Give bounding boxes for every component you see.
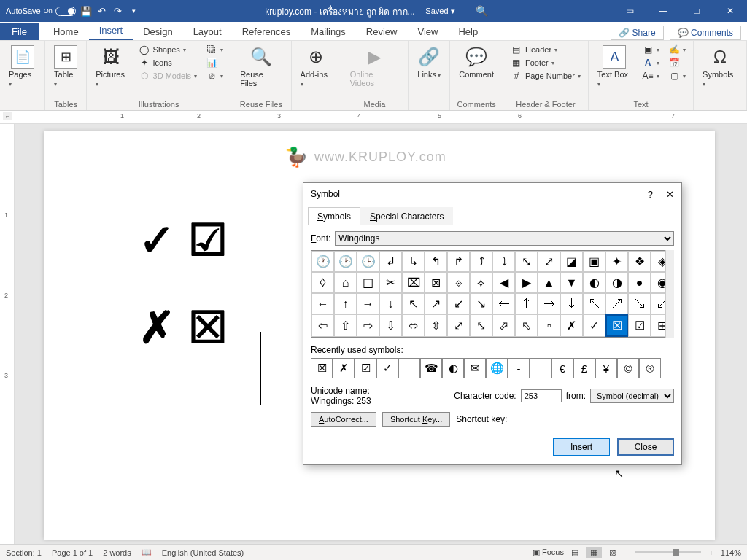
comment-button[interactable]: 💬Comment [456, 44, 497, 80]
symbol-cell[interactable]: → [357, 293, 379, 314]
view-read-icon[interactable]: ▦ [586, 547, 602, 558]
footer-button[interactable]: ▦Footer [509, 57, 582, 69]
close-button[interactable]: Close [617, 438, 674, 456]
comments-button[interactable]: 💬 Comments [670, 26, 741, 40]
symbol-cell[interactable]: ● [628, 272, 651, 293]
focus-mode-button[interactable]: ▣ Focus [533, 548, 564, 557]
symbol-cell[interactable]: ▲ [538, 272, 560, 293]
tab-help[interactable]: Help [448, 23, 488, 40]
symbol-cell[interactable]: ✗ [560, 314, 583, 337]
grid-scrollbar[interactable] [665, 250, 674, 338]
recent-symbol-cell[interactable]: - [508, 358, 530, 378]
tab-view[interactable]: View [407, 23, 448, 40]
symbol-cell[interactable]: ❖ [628, 251, 651, 272]
share-button[interactable]: 🔗 Share [611, 26, 663, 40]
status-words[interactable]: 2 words [103, 548, 131, 557]
links-button[interactable]: 🔗Links [414, 44, 444, 80]
view-web-icon[interactable]: ▧ [609, 548, 616, 557]
symbol-cell[interactable]: ✂ [379, 272, 402, 293]
zoom-out-icon[interactable]: − [624, 548, 628, 557]
signature-button[interactable]: ✍ [667, 44, 687, 55]
autosave-toggle[interactable]: AutoSave On [6, 7, 76, 16]
ribbon-display-icon[interactable]: ▭ [613, 0, 646, 22]
tab-design[interactable]: Design [133, 23, 182, 40]
font-select[interactable]: Wingdings [335, 231, 674, 246]
character-code-input[interactable] [521, 389, 562, 402]
maximize-icon[interactable]: □ [680, 0, 713, 22]
recent-symbol-cell[interactable]: 🌐 [486, 358, 508, 378]
tab-references[interactable]: References [232, 23, 301, 40]
symbol-cell[interactable]: 🡔 [583, 293, 605, 314]
symbol-cell[interactable]: ↑ [334, 293, 357, 314]
symbol-cell[interactable]: ◊ [311, 272, 334, 293]
quick-parts-button[interactable]: ▣ [640, 44, 661, 55]
symbol-cell[interactable]: ⬀ [492, 314, 515, 337]
symbol-cell[interactable]: ⌂ [334, 272, 357, 293]
symbol-cell[interactable]: 🡓 [560, 293, 583, 314]
recent-symbol-cell[interactable]: ✗ [333, 358, 355, 378]
zoom-slider[interactable] [635, 551, 701, 553]
minimize-icon[interactable]: — [646, 0, 680, 22]
tab-file[interactable]: File [0, 23, 39, 40]
pages-button[interactable]: 📄Pages [6, 44, 39, 89]
header-button[interactable]: ▤Header [509, 44, 582, 55]
tab-home[interactable]: Home [43, 23, 89, 40]
3d-models-button[interactable]: ⬡3D Models [137, 70, 199, 82]
qat-dropdown-icon[interactable]: ▾ [128, 5, 140, 17]
recent-symbol-cell[interactable]: € [551, 358, 573, 378]
icons-button[interactable]: ✦Icons [137, 57, 199, 69]
zoom-in-icon[interactable]: + [708, 548, 713, 557]
symbol-cell[interactable]: ⇨ [357, 314, 379, 337]
symbol-cell[interactable]: ⤢ [447, 314, 470, 337]
addins-button[interactable]: ⊕Add-ins [298, 44, 335, 89]
symbol-cell[interactable]: 🡒 [538, 293, 560, 314]
symbol-cell[interactable]: ▣ [583, 251, 605, 272]
tab-review[interactable]: Review [356, 23, 408, 40]
tab-symbols-dialog[interactable]: Symbols [308, 207, 360, 225]
chart-button[interactable]: 📊 [204, 57, 225, 69]
recent-symbol-cell[interactable]: ☑ [355, 358, 376, 378]
symbol-cell[interactable]: ↗ [425, 293, 447, 314]
symbol-cell[interactable]: ↱ [447, 251, 470, 272]
recent-symbols[interactable]: ☒✗☑✓☎◐✉🌐-—€£¥©® [311, 358, 674, 378]
view-print-icon[interactable]: ▤ [571, 548, 578, 557]
symbols-button[interactable]: ΩSymbols [700, 44, 740, 89]
recent-symbol-cell[interactable]: ✓ [376, 358, 398, 378]
recent-symbol-cell[interactable]: ◐ [442, 358, 464, 378]
dialog-help-icon[interactable]: ? [648, 189, 653, 200]
recent-symbol-cell[interactable]: © [617, 358, 639, 378]
status-section[interactable]: Section: 1 [6, 548, 42, 557]
online-videos-button[interactable]: ▶Online Videos [347, 44, 403, 89]
symbol-cell[interactable]: ▼ [560, 272, 583, 293]
symbol-cell[interactable]: ◫ [357, 272, 379, 293]
symbol-cell[interactable]: ↰ [425, 251, 447, 272]
recent-symbol-cell[interactable]: ☎ [420, 358, 442, 378]
symbol-cell[interactable]: ⤵ [492, 251, 515, 272]
dialog-close-icon[interactable]: ✕ [666, 189, 674, 200]
redo-icon[interactable]: ↷ [112, 5, 124, 17]
recent-symbol-cell[interactable]: £ [573, 358, 595, 378]
symbol-cell[interactable]: ◀ [492, 272, 515, 293]
symbol-cell[interactable]: 🡐 [492, 293, 515, 314]
symbol-cell[interactable]: 🡑 [515, 293, 538, 314]
symbol-grid[interactable]: 🕐🕑🕒↲↳↰↱⤴⤵⤡⤢◪▣✦❖◈◊⌂◫✂⌧⊠⟐⟡◀▶▲▼◐◑●◉←↑→↓↖↗↙↘… [311, 250, 674, 338]
symbol-cell[interactable]: ⤡ [515, 251, 538, 272]
recent-symbol-cell[interactable]: ☒ [311, 358, 333, 378]
autocorrect-button[interactable]: AutoCorrect... [311, 412, 376, 427]
screenshot-button[interactable]: ⎚ [204, 70, 225, 82]
symbol-cell[interactable]: ↓ [379, 293, 402, 314]
symbol-cell[interactable]: ⬁ [515, 314, 538, 337]
reuse-files-button[interactable]: 🔍Reuse Files [237, 44, 285, 89]
zoom-level[interactable]: 114% [721, 548, 741, 557]
tab-insert[interactable]: Insert [89, 22, 133, 40]
text-box-button[interactable]: AText Box [595, 44, 635, 89]
symbol-cell[interactable]: ⇧ [334, 314, 357, 337]
ruler-vertical[interactable]: 12 3 [0, 124, 15, 545]
status-language[interactable]: English (United States) [162, 548, 244, 557]
symbol-cell[interactable]: ☑ [628, 314, 651, 337]
drop-cap-button[interactable]: A≡ [640, 70, 661, 82]
tab-layout[interactable]: Layout [183, 23, 232, 40]
symbol-cell[interactable]: ⟡ [470, 272, 492, 293]
status-proofing-icon[interactable]: 📖 [142, 548, 152, 557]
symbol-cell[interactable]: 🕒 [357, 251, 379, 272]
